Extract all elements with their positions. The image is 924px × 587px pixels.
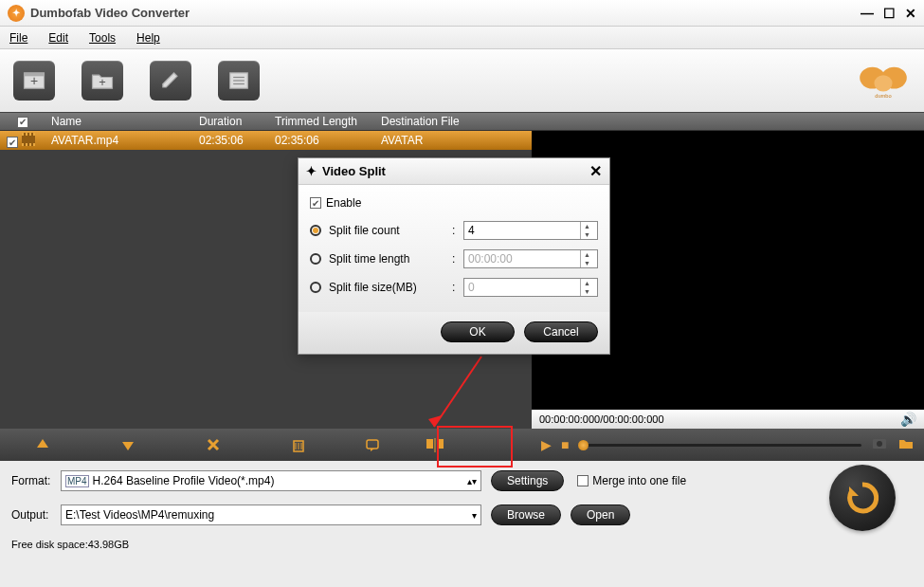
move-down-button[interactable]: [85, 429, 171, 461]
menu-tools[interactable]: Tools: [89, 31, 116, 45]
snapshot-button[interactable]: [871, 435, 888, 454]
close-button[interactable]: ✕: [905, 6, 916, 21]
input-split-size[interactable]: 0 ▲▼: [463, 278, 598, 297]
merge-checkbox[interactable]: Merge into one file: [577, 474, 686, 487]
dialog-close-button[interactable]: ✕: [589, 162, 602, 180]
col-duration: Duration: [199, 115, 275, 128]
input-split-time[interactable]: 00:00:00 ▲▼: [463, 249, 598, 268]
svg-point-21: [877, 441, 882, 447]
edit-button[interactable]: [150, 61, 191, 101]
output-settings: Format: MP4 H.264 Baseline Profile Video…: [0, 461, 924, 550]
label-split-time: Split time length: [329, 252, 452, 266]
seek-slider[interactable]: [578, 444, 861, 447]
table-row[interactable]: ✔ AVATAR.mp4 02:35:06 02:35:06 AVATAR: [0, 131, 532, 150]
browse-button[interactable]: Browse: [491, 504, 561, 525]
svg-rect-18: [437, 439, 444, 449]
disk-space-label: Free disk space:43.98GB: [11, 539, 913, 550]
format-combo[interactable]: MP4 H.264 Baseline Profile Video(*.mp4) …: [61, 470, 481, 491]
video-split-dialog: ✦ Video Split ✕ ✔ Enable Split file coun…: [298, 157, 610, 355]
move-up-button[interactable]: [0, 429, 85, 461]
menu-file[interactable]: File: [9, 31, 27, 45]
play-button[interactable]: ▶: [541, 437, 552, 452]
row-dest: AVATAR: [381, 134, 532, 147]
input-split-count[interactable]: 4 ▲▼: [463, 221, 598, 240]
window-controls: — ☐ ✕: [861, 6, 916, 21]
dialog-logo-icon: ✦: [306, 164, 317, 178]
action-strip: ▶ ■: [0, 429, 924, 461]
open-button[interactable]: Open: [571, 504, 630, 525]
enable-label: Enable: [326, 196, 361, 210]
volume-icon[interactable]: 🔊: [900, 412, 916, 427]
main-toolbar: + + dumbo: [0, 49, 924, 112]
row-duration: 02:35:06: [199, 134, 275, 147]
output-label: Output:: [11, 508, 61, 522]
svg-text:+: +: [99, 75, 106, 89]
output-combo[interactable]: E:\Test Videos\MP4\remuxing ▾: [61, 504, 481, 525]
row-checkbox[interactable]: ✔: [7, 137, 18, 148]
col-destination: Destination File: [381, 115, 924, 128]
split-button[interactable]: [404, 429, 466, 461]
app-logo-icon: ✦: [8, 5, 25, 22]
output-value: E:\Test Videos\MP4\remuxing: [65, 508, 214, 522]
col-name: Name: [45, 115, 199, 128]
window-title: Dumbofab Video Converter: [30, 6, 861, 20]
playback-time: 00:00:00:000/00:00:00:000: [539, 413, 664, 425]
enable-checkbox[interactable]: ✔ Enable: [310, 196, 598, 210]
dialog-title: Video Split: [322, 164, 386, 178]
preview-time-bar: 00:00:00:000/00:00:00:000 🔊: [532, 410, 924, 429]
dialog-ok-button[interactable]: OK: [441, 321, 515, 342]
menu-bar: File Edit Tools Help: [0, 27, 924, 49]
svg-rect-17: [426, 439, 433, 449]
clear-button[interactable]: [256, 429, 341, 461]
col-trimmed: Trimmed Length: [275, 115, 381, 128]
list-button[interactable]: [218, 61, 260, 101]
add-file-button[interactable]: +: [13, 61, 55, 101]
format-label: Format:: [11, 474, 61, 487]
svg-text:dumbo: dumbo: [875, 93, 892, 99]
label-split-size: Split file size(MB): [329, 281, 452, 294]
merge-label: Merge into one file: [592, 474, 686, 487]
settings-button[interactable]: Settings: [491, 470, 564, 491]
minimize-button[interactable]: —: [861, 6, 874, 21]
open-folder-button[interactable]: [897, 435, 915, 454]
svg-point-10: [874, 75, 892, 91]
row-name: AVATAR.mp4: [45, 134, 199, 147]
add-folder-button[interactable]: +: [82, 61, 123, 101]
delete-button[interactable]: [171, 429, 256, 461]
dialog-title-bar: ✦ Video Split ✕: [299, 158, 609, 185]
convert-button[interactable]: [829, 465, 896, 531]
format-value: H.264 Baseline Profile Video(*.mp4): [93, 474, 275, 487]
dialog-cancel-button[interactable]: Cancel: [524, 321, 598, 342]
menu-edit[interactable]: Edit: [48, 31, 68, 45]
file-table-header: ✔ Name Duration Trimmed Length Destinati…: [0, 112, 924, 131]
video-file-icon: [22, 133, 35, 146]
menu-help[interactable]: Help: [136, 31, 160, 45]
row-trimmed: 02:35:06: [275, 134, 381, 147]
stop-button[interactable]: ■: [561, 437, 569, 452]
radio-split-size[interactable]: [310, 282, 321, 293]
subtitle-button[interactable]: [341, 429, 404, 461]
maximize-button[interactable]: ☐: [883, 6, 896, 21]
brand-logo-icon: dumbo: [856, 60, 911, 101]
label-split-count: Split file count: [329, 224, 452, 237]
header-check-all[interactable]: ✔: [0, 115, 45, 128]
radio-split-count[interactable]: [310, 225, 321, 236]
title-bar: ✦ Dumbofab Video Converter — ☐ ✕: [0, 0, 924, 27]
svg-text:+: +: [30, 73, 38, 88]
svg-rect-16: [367, 440, 378, 449]
radio-split-time[interactable]: [310, 253, 321, 265]
